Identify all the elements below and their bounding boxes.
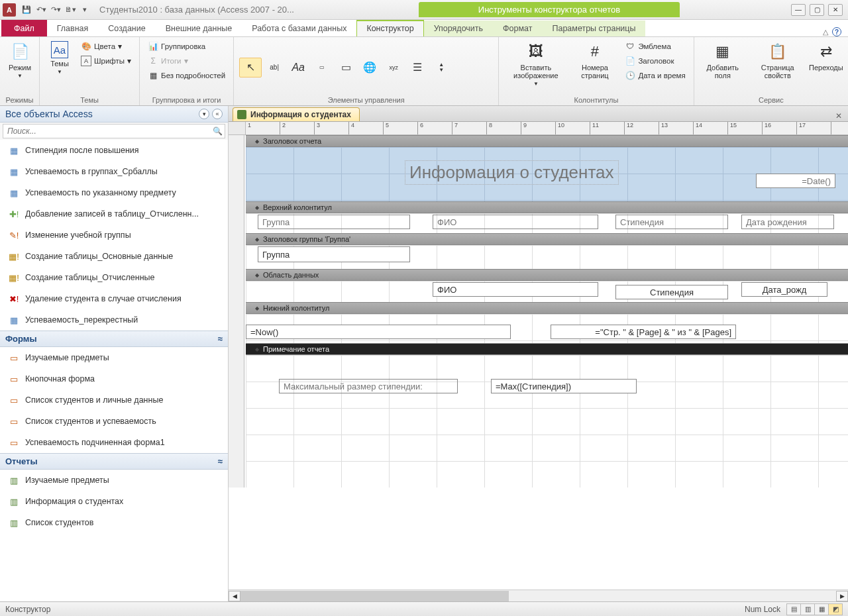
col-group-label[interactable]: Группа (258, 215, 410, 229)
close-document-icon[interactable]: ✕ (833, 111, 844, 121)
nav-item[interactable]: ▦Стипендия после повышения (0, 140, 228, 161)
ribbon-collapse-icon[interactable]: △ (823, 28, 828, 36)
tab-file[interactable]: Файл (1, 20, 47, 36)
scroll-right-icon[interactable]: ▶ (836, 591, 848, 601)
tab-tool-icon[interactable]: ▭ (335, 58, 357, 77)
nav-item[interactable]: ▭Список студентов и личные данные (0, 389, 228, 411)
tab-dbtools[interactable]: Работа с базами данных (242, 21, 356, 36)
report-title-label[interactable]: Информация о студентах (405, 160, 619, 185)
max-label[interactable]: Максимальный размер стипендии: (279, 379, 458, 393)
tab-design[interactable]: Конструктор (356, 20, 423, 36)
pages-textbox[interactable]: ="Стр. " & [Page] & " из " & [Pages] (551, 325, 736, 339)
pagenumbers-button[interactable]: # Номера страниц (572, 40, 619, 81)
scroll-track[interactable] (240, 591, 836, 601)
layoutview-icon[interactable]: ▦ (814, 603, 829, 615)
nav-list[interactable]: ▦Стипендия после повышения ▦Успеваемость… (0, 140, 228, 601)
band-page-header[interactable]: Группа ФИО Стипендия Дата рождения (246, 213, 848, 233)
group-field-textbox[interactable]: Группа (258, 246, 410, 262)
search-icon[interactable]: 🔍 (210, 125, 225, 138)
section-page-header-bar[interactable]: Верхний колонтитул (246, 201, 848, 213)
textbox-tool-icon[interactable]: ab| (263, 58, 286, 77)
save-icon[interactable]: 💾 (20, 3, 33, 17)
band-report-footer[interactable]: Максимальный размер стипендии: =Max([Сти… (246, 355, 848, 488)
gallery-more-icon[interactable]: ▲▼ (430, 58, 452, 77)
max-textbox[interactable]: =Max([Стипендия]) (491, 379, 637, 393)
vertical-ruler[interactable] (229, 135, 244, 488)
nav-item[interactable]: ▦Успеваемость в группах_Србаллы (0, 161, 228, 182)
undo-icon[interactable]: ↶▾ (34, 3, 48, 17)
redo-icon[interactable]: ↷▾ (49, 3, 62, 17)
label-tool-icon[interactable]: Aa (287, 58, 309, 77)
nav-category-reports[interactable]: Отчеты≈ (0, 453, 228, 470)
insertimage-button[interactable]: 🖼 Вставить изображение ▼ (504, 40, 567, 88)
band-page-footer[interactable]: =Now() ="Стр. " & [Page] & " из " & [Pag… (246, 314, 848, 343)
col-dob-label[interactable]: Дата рождения (741, 215, 834, 229)
nav-item[interactable]: ▦Успеваемость_перекрестный (0, 309, 228, 331)
hidedetails-button[interactable]: ▦Без подробностей (145, 69, 228, 82)
band-group-header[interactable]: Группа (246, 245, 848, 269)
detail-stip-textbox[interactable]: Стипендия (615, 285, 728, 299)
totals-button[interactable]: ΣИтоги ▾ (145, 54, 228, 68)
datetime-button[interactable]: 🕒Дата и время (622, 69, 688, 82)
search-input[interactable] (3, 125, 210, 138)
themes-button[interactable]: Aa Темы ▼ (45, 40, 74, 76)
nav-item[interactable]: ▭Кнопочная форма (0, 368, 228, 389)
grouping-button[interactable]: 📊Группировка (145, 40, 228, 53)
detail-fio-textbox[interactable]: ФИО (433, 282, 598, 297)
band-detail[interactable]: ФИО Стипендия Дата_рожд (246, 281, 848, 302)
horizontal-ruler[interactable]: 1234567891011121314151617 (246, 122, 848, 135)
nav-item[interactable]: ▥Информация о студентах (0, 491, 228, 512)
combo-tool-icon[interactable]: ☰ (406, 58, 429, 77)
link-tool-icon[interactable]: 🌐 (358, 58, 381, 77)
tab-create[interactable]: Создание (98, 21, 155, 36)
nav-item[interactable]: ✚!Добавление записей в таблицу_Отчисленн… (0, 203, 228, 225)
nav-item[interactable]: ▦Успеваемость по указанному предмету (0, 182, 228, 203)
minimize-button[interactable]: — (791, 4, 806, 16)
nav-item[interactable]: ▥Список студентов (0, 512, 228, 533)
ribbon-help[interactable]: △? (823, 27, 841, 36)
tab-home[interactable]: Главная (47, 21, 99, 36)
date-textbox[interactable]: =Date() (756, 174, 835, 188)
title-button[interactable]: 📄Заголовок (622, 54, 688, 68)
tab-format[interactable]: Формат (493, 21, 542, 36)
printpreview-icon[interactable]: ▥ (800, 603, 815, 615)
close-button[interactable]: ✕ (828, 4, 843, 16)
section-page-footer-bar[interactable]: Нижний колонтитул (246, 302, 848, 314)
fonts-button[interactable]: AШрифты ▾ (78, 54, 134, 68)
nav-item[interactable]: ✖!Удаление студента в случае отчисления (0, 288, 228, 309)
logo-button[interactable]: 🛡Эмблема (622, 40, 688, 53)
col-stip-label[interactable]: Стипендия (615, 215, 728, 229)
qat-customize-icon[interactable]: ▾ (78, 3, 91, 17)
view-button[interactable]: 📄 Режим ▼ (5, 40, 34, 80)
nav-item[interactable]: ▭Изучаемые предметы (0, 347, 228, 368)
nav-collapse-icon[interactable]: « (212, 109, 223, 119)
nav-header[interactable]: Все объекты Access ▾ « (0, 106, 228, 123)
nav-item[interactable]: ▭Успеваемость подчиненная форма1 (0, 432, 228, 453)
select-tool-icon[interactable]: ↖ (239, 58, 262, 77)
section-report-header-bar[interactable]: Заголовок отчета (246, 135, 848, 147)
nav-item[interactable]: ✎!Изменение учебной группы (0, 225, 228, 246)
now-textbox[interactable]: =Now() (246, 325, 511, 339)
reportview-icon[interactable]: ▤ (786, 603, 801, 615)
report-design-surface[interactable]: 1234567891011121314151617 Заголовок отче… (229, 122, 848, 590)
tab-pagesetup[interactable]: Параметры страницы (542, 21, 645, 36)
section-detail-bar[interactable]: Область данных (246, 269, 848, 281)
nav-item[interactable]: ▭Список студентов и успеваемость (0, 411, 228, 432)
tab-externaldata[interactable]: Внешние данные (156, 21, 242, 36)
addfields-button[interactable]: ▦Добавить поля (700, 40, 746, 81)
controls-gallery[interactable]: ↖ ab| Aa ▭ ▭ 🌐 xyz ☰ ▲▼ (239, 58, 491, 77)
section-group-header-bar[interactable]: Заголовок группы 'Группа' (246, 233, 848, 245)
nav-filter-icon[interactable]: ▾ (199, 109, 209, 119)
help-icon[interactable]: ? (832, 27, 841, 36)
document-tab[interactable]: Информация о студентах (233, 107, 360, 121)
nav-category-forms[interactable]: Формы≈ (0, 331, 228, 347)
propsheet-button[interactable]: 📋Страница свойств (750, 40, 806, 81)
print-icon[interactable]: 🗎▾ (64, 3, 77, 17)
band-report-header[interactable]: Информация о студентах =Date() (246, 147, 848, 201)
navigation-tool-icon[interactable]: xyz (382, 58, 405, 77)
nav-item[interactable]: ▦!Создание таблицы_Отчисленные (0, 267, 228, 288)
detail-dob-textbox[interactable]: Дата_рожд (741, 282, 827, 297)
maximize-button[interactable]: ▢ (810, 4, 824, 16)
colors-button[interactable]: 🎨Цвета ▾ (78, 40, 134, 53)
nav-item[interactable]: ▦!Создание таблицы_Основные данные (0, 246, 228, 267)
